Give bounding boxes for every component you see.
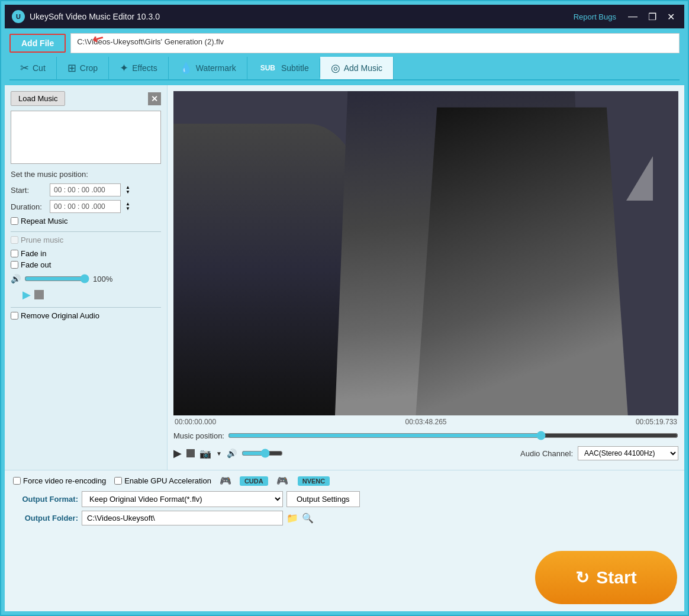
start-time-down[interactable]: ▼ — [125, 190, 130, 195]
music-pos-label: Music position: — [173, 431, 224, 440]
output-format-label: Output Format: — [13, 495, 78, 504]
tab-effects-label: Effects — [132, 63, 157, 73]
minimize-button[interactable]: — — [626, 11, 640, 22]
stop-button[interactable] — [186, 449, 195, 457]
start-refresh-icon: ↻ — [575, 568, 589, 588]
camera-dropdown-button[interactable]: ▼ — [216, 450, 222, 457]
title-bar: U UkeySoft Video Music Editor 10.3.0 Rep… — [5, 5, 684, 28]
duration-down[interactable]: ▼ — [125, 207, 130, 211]
start-label: Start: — [11, 186, 46, 195]
duration-input[interactable] — [50, 200, 121, 213]
prune-music-label: Prune music — [21, 236, 63, 244]
file-path-display: C:\Videos-Ukeysoft\Girls' Generation (2)… — [70, 33, 680, 53]
video-preview — [173, 91, 678, 415]
nav-tabs: ✂ Cut ⊞ Crop ✦ Effects 💧 Watermark SUB — [9, 57, 680, 80]
tab-cut-label: Cut — [33, 63, 46, 73]
start-time-input[interactable] — [50, 183, 121, 196]
video-figure-right — [416, 107, 627, 415]
music-position-row: Music position: — [173, 431, 678, 440]
bottom-bar: Force video re-encoding Enable GPU Accel… — [5, 470, 684, 530]
separator-2 — [11, 307, 161, 308]
tab-subtitle[interactable]: SUB Subtitle — [247, 59, 320, 78]
repeat-music-label: Repeat Music — [21, 217, 67, 225]
fade-out-checkbox[interactable] — [11, 261, 18, 269]
play-button[interactable]: ▶ — [173, 447, 182, 460]
right-panel: 00:00:00.000 00:03:48.265 00:05:19.733 M… — [168, 85, 684, 470]
time-stamps: 00:00:00.000 00:03:48.265 00:05:19.733 — [173, 415, 678, 428]
app-icon: U — [12, 10, 25, 23]
fade-in-label: Fade in — [21, 249, 46, 258]
add-file-button[interactable]: Add File — [9, 34, 66, 53]
tab-add-music[interactable]: ◎ Add Music — [320, 57, 394, 79]
add-music-icon: ◎ — [331, 62, 340, 75]
separator-1 — [11, 231, 161, 232]
watermark-icon: 💧 — [179, 62, 192, 75]
prune-music-checkbox[interactable] — [11, 236, 18, 244]
cuda-badge: CUDA — [240, 476, 268, 486]
fade-out-label: Fade out — [21, 260, 51, 269]
screenshot-button[interactable]: 📷 — [199, 448, 211, 459]
left-play-button[interactable]: ▶ — [22, 288, 31, 301]
cuda-gpu-icon: 🎮 — [220, 475, 231, 486]
tab-watermark-label: Watermark — [196, 63, 236, 73]
output-folder-label: Output Folder: — [13, 514, 78, 523]
restore-button[interactable]: ❐ — [646, 11, 659, 22]
start-label: Start — [596, 567, 636, 588]
pb-volume-slider[interactable] — [242, 449, 283, 458]
output-settings-button[interactable]: Output Settings — [286, 491, 360, 507]
music-position-label: Set the music position: — [11, 170, 161, 179]
folder-search-button[interactable]: 🔍 — [302, 512, 314, 524]
cut-icon: ✂ — [20, 62, 29, 75]
subtitle-badge-icon: SUB — [258, 63, 278, 73]
close-panel-button[interactable]: ✕ — [148, 92, 161, 105]
main-content: Load Music ✕ Set the music position: Sta… — [5, 85, 684, 470]
music-list-box[interactable] — [11, 111, 161, 164]
app-title: UkeySoft Video Music Editor 10.3.0 — [30, 12, 160, 21]
force-reencode-checkbox[interactable] — [13, 477, 21, 485]
tab-crop-label: Crop — [80, 63, 98, 73]
output-format-select[interactable]: Keep Original Video Format(*.flv) — [82, 491, 283, 507]
tab-add-music-label: Add Music — [344, 63, 382, 73]
video-triangle-right — [626, 156, 653, 201]
remove-audio-label: Remove Original Audio — [21, 311, 99, 320]
left-stop-button[interactable] — [34, 290, 44, 299]
playback-row: ▶ 📷 ▼ 🔊 Audio Channel: AAC(Stereo 44100H… — [173, 443, 678, 464]
tab-effects[interactable]: ✦ Effects — [109, 57, 169, 79]
audio-channel-select[interactable]: AAC(Stereo 44100Hz) AAC(Mono 44100Hz) MP… — [578, 446, 678, 460]
nvenc-badge: NVENC — [298, 476, 330, 486]
fade-in-checkbox[interactable] — [11, 250, 18, 257]
left-panel: Load Music ✕ Set the music position: Sta… — [5, 85, 168, 470]
remove-audio-checkbox[interactable] — [11, 312, 18, 320]
time-start: 00:00:00.000 — [175, 418, 216, 426]
audio-channel-label: Audio Channel: — [520, 449, 573, 458]
load-music-button[interactable]: Load Music — [11, 91, 65, 106]
time-end: 00:05:19.733 — [636, 418, 677, 426]
tab-cut[interactable]: ✂ Cut — [9, 57, 57, 79]
time-mid: 00:03:48.265 — [405, 418, 446, 426]
volume-icon: 🔊 — [11, 274, 21, 283]
effects-icon: ✦ — [120, 62, 128, 75]
volume-slider[interactable] — [24, 274, 89, 283]
start-button[interactable]: ↻ Start — [535, 551, 677, 604]
pb-volume-icon: 🔊 — [227, 449, 237, 458]
repeat-music-checkbox[interactable] — [11, 217, 18, 225]
duration-label: Duration: — [11, 202, 46, 211]
add-file-area: Add File ↙ C:\Videos-Ukeysoft\Girls' Gen… — [5, 28, 684, 85]
crop-icon: ⊞ — [67, 62, 76, 75]
tab-crop[interactable]: ⊞ Crop — [57, 57, 109, 79]
music-position-slider[interactable] — [228, 431, 678, 440]
tab-watermark[interactable]: 💧 Watermark — [169, 57, 247, 79]
output-folder-input[interactable] — [82, 511, 283, 525]
volume-pct-label: 100% — [93, 275, 112, 283]
enable-gpu-checkbox[interactable] — [114, 477, 122, 485]
tab-subtitle-label: Subtitle — [281, 63, 309, 73]
close-button[interactable]: ✕ — [665, 11, 677, 22]
enable-gpu-label: Enable GPU Acceleration — [124, 476, 211, 485]
folder-browse-button[interactable]: 📁 — [286, 512, 298, 524]
nvenc-gpu-icon: 🎮 — [276, 475, 288, 486]
video-figure-left — [173, 124, 365, 415]
report-bugs-link[interactable]: Report Bugs — [574, 12, 616, 21]
force-reencode-label: Force video re-encoding — [23, 476, 106, 485]
